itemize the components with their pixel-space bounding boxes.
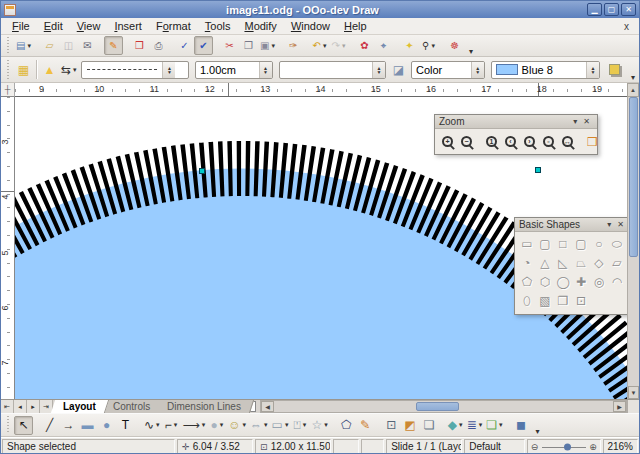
shape-rounded-square-button[interactable]: ▢ [572,234,590,253]
block-arrows-button[interactable]: ⇔▾ [248,416,270,435]
zoom-100-button[interactable]: 1 [482,132,501,151]
chevron-down-icon[interactable]: ▾ [303,421,307,429]
shape-folded-corner-button[interactable]: ❐ [554,291,572,310]
zoom-in-icon[interactable]: ⊕ [589,441,597,451]
toolbar-grip[interactable] [5,60,12,80]
rectangle-button[interactable]: ▬ [78,416,97,435]
selection-handle[interactable] [199,168,205,174]
toolbar-overflow-icon[interactable]: ▾ [467,47,475,56]
fill-color-stepper[interactable]: ▲▼ [586,62,599,78]
fill-type-stepper[interactable]: ▲▼ [471,62,484,78]
cut-button[interactable]: ✂ [220,36,239,55]
status-zoom-value[interactable]: 216% [603,439,638,454]
palette-close-icon[interactable]: ✕ [614,220,627,229]
palette-close-icon[interactable]: ✕ [580,117,593,126]
shape-hexagon-button[interactable]: ⬡ [536,272,554,291]
callouts-button[interactable]: ⍞▾ [290,416,309,435]
paste-button[interactable]: ▣▾ [258,36,277,55]
toolbar-grip[interactable] [5,416,12,434]
menu-file[interactable]: File [5,19,37,33]
zoom-in-button[interactable]: + [438,132,457,151]
zoom-out-icon[interactable]: ⊖ [531,441,539,451]
undo-button[interactable]: ↶▾ [310,36,329,55]
chevron-down-icon[interactable]: ▾ [220,421,224,429]
close-document-button[interactable]: x [618,21,635,32]
minimize-button[interactable]: ▁ [587,3,602,16]
vertical-ruler[interactable]: 34567 [1,97,15,399]
navigator-button[interactable]: ⌖ [374,36,393,55]
help-button[interactable]: ☸ [445,36,464,55]
scroll-left-button[interactable]: ◀ [261,401,274,412]
shape-ellipse-button[interactable]: ⬭ [608,234,626,253]
status-layer[interactable]: Default [464,439,524,454]
menu-edit[interactable]: Edit [37,19,70,33]
line-button[interactable]: ╱ [40,416,59,435]
shape-circle-button[interactable]: ○ [590,234,608,253]
arrange-button[interactable]: ❏▾ [484,416,504,435]
shape-parallelogram-button[interactable]: ▱ [608,253,626,272]
glue-points-button[interactable]: ✎ [356,416,375,435]
shape-square-button[interactable]: □ [554,234,572,253]
line-width-input[interactable]: 1.00cm ▲▼ [195,61,273,79]
autospellcheck-button[interactable]: ✔ [194,36,213,55]
format-paintbrush-button[interactable]: ✑ [284,36,303,55]
toolbar-overflow-icon[interactable]: ▾ [629,73,637,82]
menu-view[interactable]: View [70,19,108,33]
horizontal-scrollbar[interactable]: ◀ ▶ [260,400,627,413]
print-button[interactable]: ⎙ [149,36,168,55]
zoom-page-width-button[interactable]: ↔ [558,132,577,151]
line-style-stepper[interactable]: ▲▼ [162,62,175,78]
effects-button[interactable]: ◆▾ [446,416,465,435]
palette-menu-icon[interactable]: ▾ [604,220,614,229]
status-slide[interactable]: Slide 1 / 1 (Layout) [386,439,462,454]
area-button[interactable]: ◪ [389,60,408,79]
tab-layout[interactable]: Layout [51,400,109,413]
toolbar-grip[interactable] [5,37,12,54]
shape-right-triangle-button[interactable]: ◺ [554,253,572,272]
shapes-palette-titlebar[interactable]: Basic Shapes ▾ ✕ [515,218,627,232]
stars-button[interactable]: ☆▾ [309,416,329,435]
spellcheck-button[interactable]: ✓ [175,36,194,55]
zoom-palette-titlebar[interactable]: Zoom ▾ ✕ [435,115,597,129]
gallery-button-2[interactable]: ◩ [401,416,420,435]
fill-color-value[interactable]: Blue 8 [518,64,586,76]
tab-controls[interactable]: Controls [101,400,163,413]
shape-cylinder-button[interactable]: ⬯ [518,291,536,310]
chevron-down-icon[interactable]: ▾ [156,421,160,429]
fill-color-select[interactable]: Blue 8 ▲▼ [491,61,600,79]
shape-octagon-button[interactable]: ◯ [554,272,572,291]
chevron-down-icon[interactable]: ▾ [271,42,275,50]
scroll-right-button[interactable]: ▶ [613,401,626,412]
horizontal-scrollbar-thumb[interactable] [416,402,459,411]
select-button[interactable]: ↖ [14,416,33,435]
menu-modify[interactable]: Modify [237,19,283,33]
chevron-down-icon[interactable]: ▾ [324,421,328,429]
display-snap-button[interactable]: ✦ [400,36,419,55]
selection-handle[interactable] [535,167,541,173]
basic-shapes-button[interactable]: ●▾ [207,416,226,435]
tab-next-button[interactable]: ▸ [27,400,40,413]
line-width-stepper[interactable]: ▲▼ [259,62,272,78]
shape-ring-button[interactable]: ◎ [590,272,608,291]
menu-help[interactable]: Help [337,19,374,33]
drawing-canvas[interactable]: Zoom ▾ ✕ +−1‹›▫↔❒ Basic Shapes ▾ ✕ ▭▢□▢○… [15,97,627,399]
clone-button[interactable]: ❏ [420,416,439,435]
line-dialog-button[interactable]: ▲ [40,60,59,79]
shape-rectangle-button[interactable]: ▭ [518,234,536,253]
maximize-button[interactable]: ▢ [604,3,619,16]
email-button[interactable]: ✉ [78,36,97,55]
tab-first-button[interactable]: ⇤ [1,400,14,413]
curve-button[interactable]: ∿▾ [142,416,162,435]
fill-type-value[interactable]: Color [412,64,471,76]
shape-pentagon-button[interactable]: ⬠ [518,272,536,291]
chevron-down-icon[interactable]: ▾ [285,421,289,429]
menu-tools[interactable]: Tools [198,19,238,33]
shape-diamond-button[interactable]: ◇ [590,253,608,272]
object-zoom-button[interactable]: ❒ [583,132,602,151]
chevron-down-icon[interactable]: ▾ [479,421,483,429]
horizontal-ruler[interactable]: 910111213141516171819 [15,83,627,97]
zoom-page-button[interactable]: ▫ [539,132,558,151]
open-button[interactable]: ▱ [40,36,59,55]
palette-menu-icon[interactable]: ▾ [570,117,580,126]
shape-block-arc-button[interactable]: ◠ [608,272,626,291]
